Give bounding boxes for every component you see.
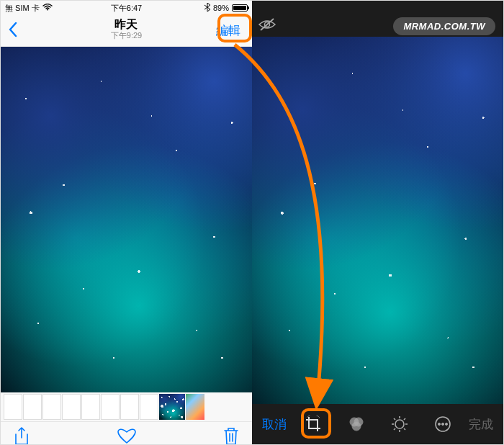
thumbnail[interactable]	[81, 394, 100, 420]
cancel-button[interactable]: 取消	[262, 416, 287, 433]
main-photo[interactable]	[1, 47, 252, 392]
favorite-button[interactable]	[117, 428, 136, 445]
thumbnail[interactable]	[62, 394, 81, 420]
svg-point-6	[395, 420, 404, 428]
nav-bar: 昨天 下午9:29 編輯	[1, 15, 252, 47]
battery-icon	[232, 4, 248, 12]
done-button[interactable]: 完成	[469, 416, 493, 433]
nav-subtitle: 下午9:29	[111, 31, 142, 40]
edit-button[interactable]: 編輯	[212, 20, 245, 41]
svg-line-12	[404, 428, 405, 430]
svg-point-17	[441, 423, 444, 426]
svg-point-16	[438, 423, 440, 426]
photos-viewer-pane: 無 SIM 卡 下午6:47 89% 昨天 下午9:29	[1, 1, 252, 444]
svg-point-5	[352, 422, 361, 431]
nav-title: 昨天	[111, 18, 142, 31]
share-button[interactable]	[14, 427, 30, 445]
thumbnail[interactable]	[4, 394, 22, 420]
crop-tool-button[interactable]	[304, 415, 323, 433]
photo-toolbar	[1, 421, 252, 444]
battery-percent: 89%	[213, 4, 229, 12]
thumbnail[interactable]	[120, 394, 139, 420]
thumbnail[interactable]	[186, 394, 204, 420]
wifi-icon	[42, 4, 53, 12]
thumbnail[interactable]	[42, 394, 61, 420]
thumbnail[interactable]	[140, 394, 158, 420]
photo-editor-pane: 取消 完成	[252, 1, 503, 444]
back-button[interactable]	[8, 22, 18, 40]
bluetooth-icon	[204, 3, 210, 13]
svg-line-14	[404, 418, 405, 420]
svg-line-13	[394, 428, 395, 430]
editor-toolbar: 取消 完成	[252, 404, 503, 444]
status-bar: 無 SIM 卡 下午6:47 89%	[1, 1, 252, 15]
thumbnail-selected[interactable]	[159, 394, 185, 420]
thumbnail[interactable]	[101, 394, 120, 420]
svg-point-0	[47, 9, 48, 11]
svg-line-11	[394, 418, 395, 420]
svg-point-18	[445, 423, 447, 426]
carrier-label: 無 SIM 卡	[5, 3, 40, 14]
filters-tool-button[interactable]	[347, 415, 366, 433]
more-tool-button[interactable]	[433, 415, 452, 433]
delete-button[interactable]	[223, 427, 239, 445]
thumbnail-strip[interactable]	[1, 392, 252, 421]
eye-off-icon[interactable]	[258, 17, 276, 35]
thumbnail[interactable]	[23, 394, 42, 420]
editor-photo[interactable]	[252, 37, 503, 404]
watermark: MRMAD.COM.TW	[393, 17, 495, 35]
adjust-tool-button[interactable]	[390, 415, 409, 433]
status-time: 下午6:47	[111, 3, 142, 14]
status-bar-dark	[252, 1, 503, 15]
